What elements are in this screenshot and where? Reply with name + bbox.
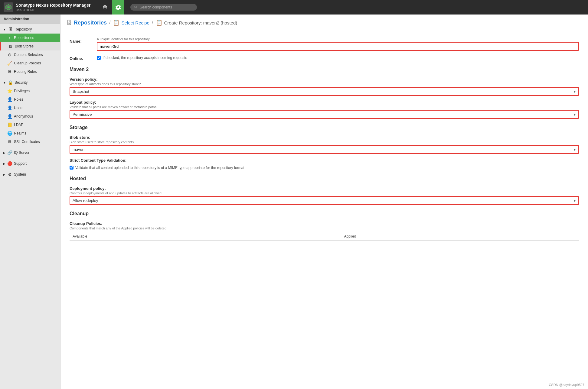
app-name: Sonatype Nexus Repository Manager: [16, 2, 90, 8]
version-policy-select[interactable]: Snapshot Release Mixed: [70, 87, 579, 96]
support-group-header[interactable]: ▶ 🔴 Support: [0, 159, 60, 168]
chevron-right-icon-support: ▶: [3, 162, 5, 165]
search-icon: [134, 5, 138, 9]
cleanup-policies-icon: 🧹: [7, 61, 12, 66]
recipe-breadcrumb-icon: 📋: [113, 19, 119, 26]
strict-content-row: Validate that all content uploaded to th…: [70, 166, 579, 170]
name-input[interactable]: [97, 42, 579, 51]
security-icon: 🔒: [8, 80, 13, 85]
online-field: If checked, the repository accepts incom…: [97, 54, 579, 60]
users-icon: 👤: [7, 105, 12, 110]
sidebar-item-content-selectors[interactable]: ⊙ Content Selectors: [0, 50, 60, 59]
version-policy-label: Version policy:: [70, 77, 579, 82]
security-group-label: Security: [15, 80, 28, 85]
support-section: ▶ 🔴 Support: [0, 158, 60, 169]
sidebar-item-privileges[interactable]: ⭐ Privileges: [0, 87, 60, 95]
name-label: Name:: [70, 37, 91, 44]
sidebar-item-repositories[interactable]: ▪ Repositories: [0, 34, 60, 42]
content-area: 🗄 Repositories / 📋 Select Recipe / 📋 Cre…: [60, 15, 588, 389]
admin-label: Administration: [0, 15, 60, 24]
search-box[interactable]: [130, 4, 197, 11]
app-logo: Sonatype Nexus Repository Manager OSS 3.…: [4, 2, 90, 12]
online-label: Online:: [70, 54, 91, 61]
blob-store-select[interactable]: maven default: [70, 145, 579, 154]
blob-store-label: Blob store:: [70, 135, 579, 140]
anonymous-icon: 👤: [7, 114, 12, 119]
ldap-icon: 📒: [7, 122, 12, 127]
breadcrumb: 🗄 Repositories / 📋 Select Recipe / 📋 Cre…: [60, 15, 588, 31]
roles-label: Roles: [14, 97, 23, 102]
cleanup-table-header-row: Available Applied: [70, 232, 579, 241]
hosted-section-header: Hosted: [70, 176, 579, 183]
layout-policy-select-wrapper: Permissive Strict ▼: [70, 110, 579, 119]
layout-policy-select[interactable]: Permissive Strict: [70, 110, 579, 119]
sidebar-item-blob-stores[interactable]: 🖥 Blob Stores: [0, 42, 60, 50]
content-selectors-label: Content Selectors: [14, 53, 43, 57]
system-group-header[interactable]: ▶ ⚙ System: [0, 170, 60, 179]
main-layout: Administration ▼ 🗄 Repository ▪ Reposito…: [0, 15, 588, 389]
online-checkbox[interactable]: [97, 56, 101, 60]
database-icon: 🗄: [8, 27, 13, 32]
sidebar-item-ldap[interactable]: 📒 LDAP: [0, 121, 60, 129]
repositories-breadcrumb-link[interactable]: Repositories: [74, 20, 107, 26]
sidebar: Administration ▼ 🗄 Repository ▪ Reposito…: [0, 15, 60, 389]
breadcrumb-select-recipe: 📋 Select Recipe: [113, 19, 149, 26]
support-label: Support: [14, 161, 27, 166]
sidebar-item-users[interactable]: 👤 Users: [0, 104, 60, 112]
sidebar-item-realms[interactable]: 🌐 Realms: [0, 129, 60, 138]
routing-rules-label: Routing Rules: [14, 70, 37, 74]
app-version: OSS 3.20.1-01: [16, 8, 90, 12]
iq-server-label: IQ Server: [14, 151, 29, 155]
search-input[interactable]: [140, 5, 193, 9]
breadcrumb-repositories: 🗄 Repositories: [67, 20, 107, 26]
blob-store-hint: Blob store used to store repository cont…: [70, 140, 579, 144]
sidebar-item-cleanup-policies[interactable]: 🧹 Cleanup Policies: [0, 59, 60, 67]
online-row: Online: If checked, the repository accep…: [70, 54, 579, 61]
name-field: A unique identifier for this repository: [97, 37, 579, 51]
iq-server-section: ▶ 🔗 IQ Server: [0, 147, 60, 158]
logo-icon: [4, 2, 13, 12]
users-label: Users: [14, 106, 23, 110]
strict-content-hint: Validate that all content uploaded to th…: [75, 166, 244, 170]
repository-section: ▼ 🗄 Repository ▪ Repositories 🖥 Blob Sto…: [0, 24, 60, 77]
online-checkbox-row: If checked, the repository accepts incom…: [97, 54, 579, 60]
gear-icon-btn[interactable]: [112, 0, 124, 15]
chevron-right-icon-iq: ▶: [3, 151, 5, 154]
content-selectors-icon: ⊙: [7, 52, 12, 57]
strict-content-checkbox[interactable]: [70, 166, 74, 170]
ssl-certificates-label: SSL Certificates: [14, 140, 40, 144]
security-group-header[interactable]: ▼ 🔒 Security: [0, 78, 60, 87]
topbar-icons: [99, 0, 124, 15]
repositories-breadcrumb-icon: 🗄: [67, 20, 72, 26]
box-icon-btn[interactable]: [99, 0, 111, 15]
deployment-policy-group: Deployment policy: Controls if deploymen…: [70, 186, 579, 205]
storage-section-header: Storage: [70, 125, 579, 131]
chevron-right-icon-system: ▶: [3, 173, 5, 176]
sidebar-item-routing-rules[interactable]: 🖥 Routing Rules: [0, 67, 60, 76]
maven2-section-header: Maven 2: [70, 67, 579, 73]
repositories-icon: ▪: [7, 35, 12, 40]
svg-point-2: [7, 6, 10, 8]
layout-policy-label: Layout policy:: [70, 100, 579, 105]
security-section: ▼ 🔒 Security ⭐ Privileges 👤 Roles 👤 User…: [0, 77, 60, 147]
privileges-icon: ⭐: [7, 89, 12, 93]
name-row: Name: A unique identifier for this repos…: [70, 37, 579, 51]
blob-stores-label: Blob Stores: [15, 44, 34, 48]
version-policy-hint: What type of artifacts does this reposit…: [70, 82, 579, 86]
repository-group-header[interactable]: ▼ 🗄 Repository: [0, 25, 60, 34]
strict-content-label: Strict Content Type Validation:: [70, 158, 579, 163]
repositories-label: Repositories: [14, 36, 34, 40]
watermark: CSDN @daydayup9527: [549, 383, 584, 387]
ldap-label: LDAP: [14, 123, 23, 127]
select-recipe-breadcrumb-link[interactable]: Select Recipe: [121, 20, 149, 25]
routing-rules-icon: 🖥: [7, 69, 12, 74]
iq-server-group-header[interactable]: ▶ 🔗 IQ Server: [0, 148, 60, 157]
system-label: System: [14, 172, 26, 177]
sidebar-item-roles[interactable]: 👤 Roles: [0, 95, 60, 104]
sidebar-item-ssl-certificates[interactable]: 🖥 SSL Certificates: [0, 138, 60, 146]
anonymous-label: Anonymous: [14, 114, 33, 118]
deployment-policy-select[interactable]: Allow redeploy Disable redeploy Read-onl…: [70, 196, 579, 205]
chevron-down-icon-security: ▼: [3, 81, 6, 84]
deployment-policy-select-wrapper: Allow redeploy Disable redeploy Read-onl…: [70, 196, 579, 205]
sidebar-item-anonymous[interactable]: 👤 Anonymous: [0, 112, 60, 121]
